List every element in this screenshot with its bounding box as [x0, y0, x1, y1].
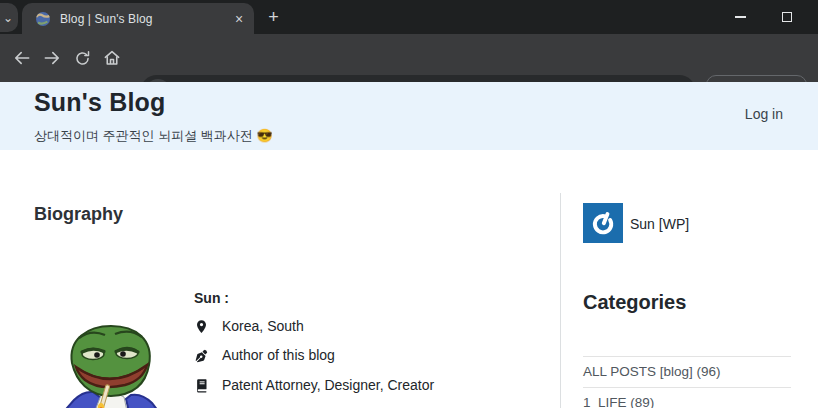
categories-heading: Categories	[583, 291, 686, 314]
power-logo-icon	[589, 209, 617, 237]
site-header: Sun's Blog 상대적이며 주관적인 뇌피셜 백과사전 😎 Log in	[0, 82, 818, 150]
profile-image-pepe	[56, 321, 166, 408]
bio-item-text: Korea, South	[222, 318, 304, 334]
bio-name: Sun :	[194, 290, 229, 306]
tab-search-button[interactable]: ⌄	[0, 3, 18, 32]
chevron-down-icon: ⌄	[3, 11, 13, 25]
bio-item-author: Author of this blog	[194, 347, 335, 363]
back-arrow-icon	[12, 48, 32, 68]
home-button[interactable]	[96, 42, 128, 74]
site-title[interactable]: Sun's Blog	[34, 88, 166, 117]
forward-button[interactable]	[36, 42, 68, 74]
bio-item-text: Author of this blog	[222, 347, 335, 363]
tab-strip: ⌄ Blog | Sun's Blog × +	[0, 0, 818, 34]
reload-icon	[73, 49, 92, 68]
browser-window: ⌄ Blog | Sun's Blog × +	[0, 0, 818, 408]
browser-toolbar: lazyinterlude.com	[0, 34, 818, 82]
back-button[interactable]	[6, 42, 38, 74]
map-marker-icon	[194, 319, 209, 334]
tab-close-icon[interactable]: ×	[230, 10, 248, 28]
tab-active[interactable]: Blog | Sun's Blog ×	[22, 3, 254, 34]
forward-arrow-icon	[42, 48, 62, 68]
home-icon	[102, 48, 122, 68]
bio-item-location: Korea, South	[194, 318, 304, 334]
categories-list: ALL POSTS [blog] (96) 1_LIFE (89)	[583, 356, 791, 408]
tab-title: Blog | Sun's Blog	[60, 12, 230, 26]
site-tagline: 상대적이며 주관적인 뇌피셜 백과사전 😎	[34, 127, 273, 145]
pen-nib-icon	[194, 348, 209, 363]
category-link-1-life[interactable]: 1_LIFE (89)	[583, 388, 791, 408]
page-title: Biography	[34, 204, 123, 225]
new-tab-button[interactable]: +	[262, 6, 285, 29]
book-icon	[194, 378, 209, 393]
content-sidebar-divider	[560, 193, 561, 408]
favicon-globe-icon	[35, 11, 51, 27]
reload-button[interactable]	[66, 42, 98, 74]
category-link-all-posts[interactable]: ALL POSTS [blog] (96)	[583, 357, 791, 388]
window-maximize-button[interactable]	[765, 0, 809, 33]
bio-item-text: Patent Attorney, Designer, Creator	[222, 377, 434, 393]
profile-name[interactable]: Sun [WP]	[630, 216, 689, 232]
bio-item-occupation: Patent Attorney, Designer, Creator	[194, 377, 434, 393]
maximize-icon	[782, 12, 792, 22]
minimize-icon	[735, 16, 746, 18]
login-link[interactable]: Log in	[745, 106, 783, 122]
window-minimize-button[interactable]	[718, 0, 762, 33]
profile-avatar[interactable]	[583, 203, 623, 243]
